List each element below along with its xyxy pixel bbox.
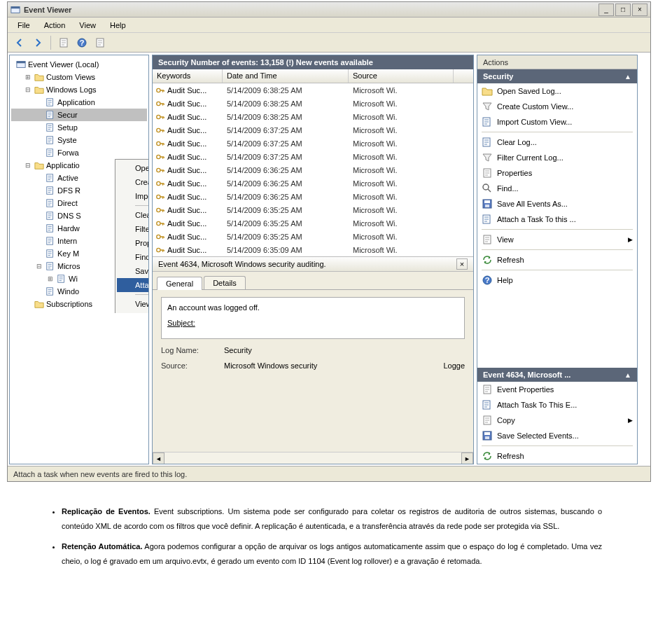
tree-item[interactable]: Secur [11, 109, 147, 121]
horizontal-scrollbar[interactable]: ◄► [153, 452, 473, 464]
action-item[interactable]: Clear Log... [477, 134, 637, 150]
actions-section-security: Security▲ [477, 69, 637, 83]
expander-icon[interactable]: ⊞ [24, 74, 32, 81]
event-row[interactable]: Audit Suc...5/14/2009 6:35:25 AMMicrosof… [153, 216, 473, 230]
context-menu-item[interactable]: Clear Log... [117, 208, 148, 222]
toolbar-btn-2[interactable] [74, 35, 90, 50]
expander-icon[interactable]: ⊞ [46, 275, 55, 282]
clear-icon [482, 137, 493, 148]
tree-node-icon [34, 299, 44, 309]
action-item[interactable]: Attach Task To This E... [477, 397, 637, 413]
forward-button[interactable] [30, 35, 46, 50]
event-row[interactable]: Audit Suc...5/14/2009 6:35:25 AMMicrosof… [153, 203, 473, 216]
tree-node-icon [46, 135, 55, 145]
key-icon [155, 205, 165, 215]
col-keywords[interactable]: Keywords [153, 69, 223, 83]
tree-root[interactable]: Event Viewer (Local) [11, 58, 147, 71]
toolbar-btn-1[interactable] [56, 35, 71, 50]
action-item[interactable]: Attach a Task To this ... [477, 212, 637, 227]
star-icon [482, 101, 493, 112]
menu-action[interactable]: Action [38, 20, 71, 31]
prop-icon [482, 384, 493, 395]
action-item[interactable]: View▶ [477, 232, 637, 247]
tree-item[interactable]: Application [11, 96, 147, 109]
event-row[interactable]: Audit Suc...5/14/2009 6:35:25 AMMicrosof… [153, 230, 473, 243]
action-item[interactable]: Open Saved Log... [477, 83, 637, 99]
event-row[interactable]: Audit Suc...5/14/2009 6:38:25 AMMicrosof… [153, 83, 473, 97]
event-row[interactable]: Audit Suc...5/14/2009 6:36:25 AMMicrosof… [153, 163, 473, 177]
col-datetime[interactable]: Date and Time [223, 69, 349, 83]
filter-icon [482, 152, 493, 163]
context-menu-item[interactable]: View [117, 297, 148, 311]
action-item[interactable]: Refresh [477, 448, 637, 464]
event-row[interactable]: Audit Suc...5/14/2009 6:38:25 AMMicrosof… [153, 97, 473, 110]
task-icon [482, 399, 493, 410]
back-button[interactable] [12, 35, 27, 50]
close-button[interactable]: × [632, 4, 648, 16]
action-item[interactable]: Help [477, 272, 637, 288]
tree-item[interactable]: Setup [11, 121, 147, 134]
context-menu-item[interactable]: Attach a Task To this Log... [117, 278, 148, 292]
detail-close-button[interactable]: × [456, 258, 468, 270]
tree-node-icon [46, 173, 55, 183]
tab-general[interactable]: General [157, 277, 202, 290]
action-item[interactable]: Copy▶ [477, 413, 637, 428]
menu-view[interactable]: View [74, 20, 102, 31]
action-item[interactable]: Filter Current Log... [477, 150, 637, 165]
task-icon [482, 214, 493, 225]
context-menu-item[interactable]: Filter Current Log... [117, 222, 148, 236]
caret-icon[interactable]: ▲ [624, 73, 631, 81]
event-row[interactable]: Audit Suc...5/14/2009 6:38:25 AMMicrosof… [153, 110, 473, 123]
action-item[interactable]: Import Custom View... [477, 114, 637, 130]
tree-node-icon [46, 261, 55, 271]
expander-icon[interactable]: ⊟ [24, 162, 32, 169]
context-menu-item[interactable]: Open Saved Log... [117, 161, 148, 175]
action-item[interactable]: Save All Events As... [477, 196, 637, 212]
key-icon [155, 99, 165, 109]
context-menu-item[interactable]: Create Custom View... [117, 175, 148, 189]
event-row[interactable]: Audit Suc...5/14/2009 6:37:25 AMMicrosof… [153, 150, 473, 163]
menu-help[interactable]: Help [104, 20, 132, 31]
expander-icon[interactable]: ⊟ [24, 86, 32, 93]
tab-details[interactable]: Details [204, 276, 246, 289]
action-item[interactable]: Find... [477, 181, 637, 196]
event-viewer-window: Event Viewer _ □ × File Action View Help… [7, 1, 651, 482]
event-row[interactable]: Audit Suc...5/14/2009 6:37:25 AMMicrosof… [153, 137, 473, 150]
context-menu-item[interactable]: Find... [117, 250, 148, 264]
event-row[interactable]: Audit Suc...5/14/2009 6:36:25 AMMicrosof… [153, 177, 473, 190]
find-icon [482, 183, 493, 194]
key-icon [155, 165, 165, 175]
toolbar-btn-3[interactable] [92, 35, 108, 50]
action-item[interactable]: Refresh [477, 252, 637, 268]
document-text: Replicação de Eventos. Event subscriptio… [0, 483, 644, 595]
tree-item[interactable]: Forwa [11, 146, 147, 159]
refresh-icon [482, 450, 493, 462]
tree-node-icon [34, 72, 44, 82]
action-item[interactable]: Properties [477, 165, 637, 181]
events-panel: Security Number of events: 13,158 (!) Ne… [152, 55, 474, 464]
context-menu-item[interactable]: Save All Events As... [117, 264, 148, 278]
event-row[interactable]: Audit Suc...5/14/2009 6:35:09 AMMicrosof… [153, 243, 473, 256]
expander-icon[interactable]: ⊟ [35, 263, 43, 270]
save-icon [482, 430, 493, 441]
action-item[interactable]: Event Properties [477, 382, 637, 397]
action-item[interactable]: Save Selected Events... [477, 428, 637, 443]
minimize-button[interactable]: _ [598, 4, 614, 16]
tree-item[interactable]: ⊟Windows Logs [11, 83, 147, 96]
tree-item[interactable]: Syste [11, 134, 147, 146]
actions-panel: Actions Security▲ Open Saved Log...Creat… [477, 55, 638, 464]
tree-item[interactable]: ⊞Custom Views [11, 71, 147, 83]
tree-panel: Event Viewer (Local) ⊞Custom Views⊟Windo… [9, 55, 149, 464]
context-menu-item[interactable]: Properties [117, 236, 148, 250]
event-row[interactable]: Audit Suc...5/14/2009 6:36:25 AMMicrosof… [153, 190, 473, 203]
event-row[interactable]: Audit Suc...5/14/2009 6:37:25 AMMicrosof… [153, 123, 473, 137]
caret-icon[interactable]: ▲ [624, 371, 631, 379]
event-message: An account was logged off. Subject: [161, 297, 465, 339]
col-source[interactable]: Source [349, 69, 454, 83]
tree-node-icon [34, 85, 44, 95]
actions-section-event: Event 4634, Microsoft ...▲ [477, 368, 637, 382]
action-item[interactable]: Create Custom View... [477, 99, 637, 114]
menu-file[interactable]: File [12, 20, 36, 31]
maximize-button[interactable]: □ [615, 4, 631, 16]
context-menu-item[interactable]: Import Custom View... [117, 189, 148, 203]
